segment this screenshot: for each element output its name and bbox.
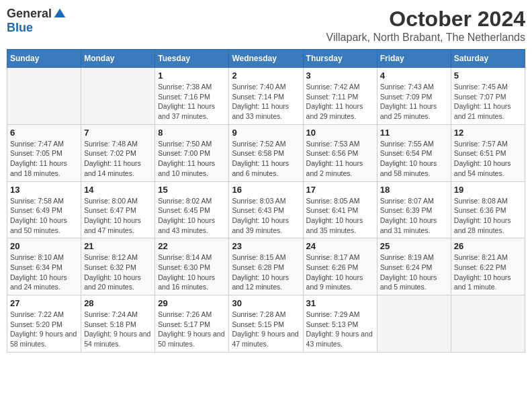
day-info: Sunrise: 7:48 AM Sunset: 7:02 PM Dayligh… [84, 139, 152, 179]
day-cell-29: 29Sunrise: 7:26 AM Sunset: 5:17 PM Dayli… [155, 295, 229, 353]
day-cell-23: 23Sunrise: 8:15 AM Sunset: 6:28 PM Dayli… [229, 238, 303, 295]
day-info: Sunrise: 7:24 AM Sunset: 5:18 PM Dayligh… [84, 310, 152, 349]
logo-general-text: General [7, 7, 52, 21]
day-number: 9 [232, 128, 300, 138]
day-cell-7: 7Sunrise: 7:48 AM Sunset: 7:02 PM Daylig… [81, 124, 155, 181]
day-cell-27: 27Sunrise: 7:22 AM Sunset: 5:20 PM Dayli… [7, 295, 81, 353]
day-info: Sunrise: 8:08 AM Sunset: 6:36 PM Dayligh… [454, 196, 522, 236]
day-info: Sunrise: 7:29 AM Sunset: 5:13 PM Dayligh… [306, 310, 374, 349]
day-cell-6: 6Sunrise: 7:47 AM Sunset: 7:05 PM Daylig… [7, 124, 81, 181]
day-cell-16: 16Sunrise: 8:03 AM Sunset: 6:43 PM Dayli… [229, 181, 303, 238]
empty-cell [7, 68, 81, 125]
day-number: 25 [380, 241, 448, 251]
day-cell-14: 14Sunrise: 8:00 AM Sunset: 6:47 PM Dayli… [81, 181, 155, 238]
day-cell-2: 2Sunrise: 7:40 AM Sunset: 7:14 PM Daylig… [229, 68, 303, 125]
header-cell-wednesday: Wednesday [229, 50, 303, 68]
location-title: Villapark, North Brabant, The Netherland… [326, 32, 525, 44]
day-info: Sunrise: 7:50 AM Sunset: 7:00 PM Dayligh… [158, 139, 226, 179]
day-number: 29 [158, 298, 226, 308]
header-cell-sunday: Sunday [7, 50, 81, 68]
day-number: 2 [232, 71, 300, 81]
day-info: Sunrise: 8:12 AM Sunset: 6:32 PM Dayligh… [84, 253, 152, 292]
header-cell-monday: Monday [81, 50, 155, 68]
header-cell-thursday: Thursday [303, 50, 377, 68]
week-row-5: 27Sunrise: 7:22 AM Sunset: 5:20 PM Dayli… [7, 295, 525, 353]
day-cell-5: 5Sunrise: 7:45 AM Sunset: 7:07 PM Daylig… [451, 68, 525, 125]
day-info: Sunrise: 8:05 AM Sunset: 6:41 PM Dayligh… [306, 196, 374, 236]
header-cell-saturday: Saturday [451, 50, 525, 68]
day-cell-11: 11Sunrise: 7:55 AM Sunset: 6:54 PM Dayli… [377, 124, 451, 181]
day-info: Sunrise: 7:43 AM Sunset: 7:09 PM Dayligh… [380, 82, 448, 122]
day-number: 1 [158, 71, 226, 81]
day-number: 11 [380, 128, 448, 138]
day-info: Sunrise: 8:14 AM Sunset: 6:30 PM Dayligh… [158, 253, 226, 292]
day-cell-12: 12Sunrise: 7:57 AM Sunset: 6:51 PM Dayli… [451, 124, 525, 181]
day-cell-28: 28Sunrise: 7:24 AM Sunset: 5:18 PM Dayli… [81, 295, 155, 353]
day-cell-22: 22Sunrise: 8:14 AM Sunset: 6:30 PM Dayli… [155, 238, 229, 295]
day-number: 5 [454, 71, 522, 81]
logo: General Blue [7, 7, 66, 35]
day-number: 24 [306, 241, 374, 251]
day-info: Sunrise: 8:21 AM Sunset: 6:22 PM Dayligh… [454, 253, 522, 292]
day-info: Sunrise: 7:28 AM Sunset: 5:15 PM Dayligh… [232, 310, 300, 349]
logo-blue-text: Blue [7, 21, 33, 35]
day-info: Sunrise: 8:02 AM Sunset: 6:45 PM Dayligh… [158, 196, 226, 236]
day-number: 20 [10, 241, 78, 251]
day-cell-30: 30Sunrise: 7:28 AM Sunset: 5:15 PM Dayli… [229, 295, 303, 353]
day-number: 3 [306, 71, 374, 81]
day-cell-8: 8Sunrise: 7:50 AM Sunset: 7:00 PM Daylig… [155, 124, 229, 181]
day-info: Sunrise: 7:38 AM Sunset: 7:16 PM Dayligh… [158, 82, 226, 122]
svg-marker-0 [54, 8, 66, 17]
header-cell-tuesday: Tuesday [155, 50, 229, 68]
day-number: 10 [306, 128, 374, 138]
calendar-header: SundayMondayTuesdayWednesdayThursdayFrid… [7, 50, 525, 68]
day-info: Sunrise: 8:03 AM Sunset: 6:43 PM Dayligh… [232, 196, 300, 236]
day-info: Sunrise: 7:47 AM Sunset: 7:05 PM Dayligh… [10, 139, 78, 179]
day-cell-25: 25Sunrise: 8:19 AM Sunset: 6:24 PM Dayli… [377, 238, 451, 295]
header-cell-friday: Friday [377, 50, 451, 68]
day-info: Sunrise: 8:17 AM Sunset: 6:26 PM Dayligh… [306, 253, 374, 292]
day-number: 13 [10, 185, 78, 195]
day-cell-4: 4Sunrise: 7:43 AM Sunset: 7:09 PM Daylig… [377, 68, 451, 125]
day-cell-9: 9Sunrise: 7:52 AM Sunset: 6:58 PM Daylig… [229, 124, 303, 181]
week-row-1: 1Sunrise: 7:38 AM Sunset: 7:16 PM Daylig… [7, 68, 525, 125]
day-info: Sunrise: 7:40 AM Sunset: 7:14 PM Dayligh… [232, 82, 300, 122]
day-info: Sunrise: 7:58 AM Sunset: 6:49 PM Dayligh… [10, 196, 78, 236]
month-title: October 2024 [326, 7, 525, 32]
week-row-3: 13Sunrise: 7:58 AM Sunset: 6:49 PM Dayli… [7, 181, 525, 238]
day-info: Sunrise: 7:53 AM Sunset: 6:56 PM Dayligh… [306, 139, 374, 179]
day-cell-15: 15Sunrise: 8:02 AM Sunset: 6:45 PM Dayli… [155, 181, 229, 238]
day-cell-24: 24Sunrise: 8:17 AM Sunset: 6:26 PM Dayli… [303, 238, 377, 295]
day-cell-1: 1Sunrise: 7:38 AM Sunset: 7:16 PM Daylig… [155, 68, 229, 125]
day-info: Sunrise: 7:42 AM Sunset: 7:11 PM Dayligh… [306, 82, 374, 122]
day-number: 6 [10, 128, 78, 138]
day-number: 14 [84, 185, 152, 195]
week-row-4: 20Sunrise: 8:10 AM Sunset: 6:34 PM Dayli… [7, 238, 525, 295]
header-row: SundayMondayTuesdayWednesdayThursdayFrid… [7, 50, 525, 68]
title-section: October 2024 Villapark, North Brabant, T… [326, 7, 525, 44]
day-cell-21: 21Sunrise: 8:12 AM Sunset: 6:32 PM Dayli… [81, 238, 155, 295]
day-number: 26 [454, 241, 522, 251]
day-info: Sunrise: 7:55 AM Sunset: 6:54 PM Dayligh… [380, 139, 448, 179]
day-info: Sunrise: 8:00 AM Sunset: 6:47 PM Dayligh… [84, 196, 152, 236]
day-cell-3: 3Sunrise: 7:42 AM Sunset: 7:11 PM Daylig… [303, 68, 377, 125]
day-number: 31 [306, 298, 374, 308]
empty-cell [81, 68, 155, 125]
day-info: Sunrise: 7:26 AM Sunset: 5:17 PM Dayligh… [158, 310, 226, 349]
day-number: 16 [232, 185, 300, 195]
day-number: 8 [158, 128, 226, 138]
day-info: Sunrise: 7:57 AM Sunset: 6:51 PM Dayligh… [454, 139, 522, 179]
day-number: 12 [454, 128, 522, 138]
logo-icon [53, 7, 66, 21]
day-number: 7 [84, 128, 152, 138]
day-number: 18 [380, 185, 448, 195]
day-number: 15 [158, 185, 226, 195]
day-cell-17: 17Sunrise: 8:05 AM Sunset: 6:41 PM Dayli… [303, 181, 377, 238]
empty-cell [451, 295, 525, 353]
day-info: Sunrise: 8:19 AM Sunset: 6:24 PM Dayligh… [380, 253, 448, 292]
day-cell-26: 26Sunrise: 8:21 AM Sunset: 6:22 PM Dayli… [451, 238, 525, 295]
day-number: 21 [84, 241, 152, 251]
day-cell-18: 18Sunrise: 8:07 AM Sunset: 6:39 PM Dayli… [377, 181, 451, 238]
day-number: 28 [84, 298, 152, 308]
week-row-2: 6Sunrise: 7:47 AM Sunset: 7:05 PM Daylig… [7, 124, 525, 181]
